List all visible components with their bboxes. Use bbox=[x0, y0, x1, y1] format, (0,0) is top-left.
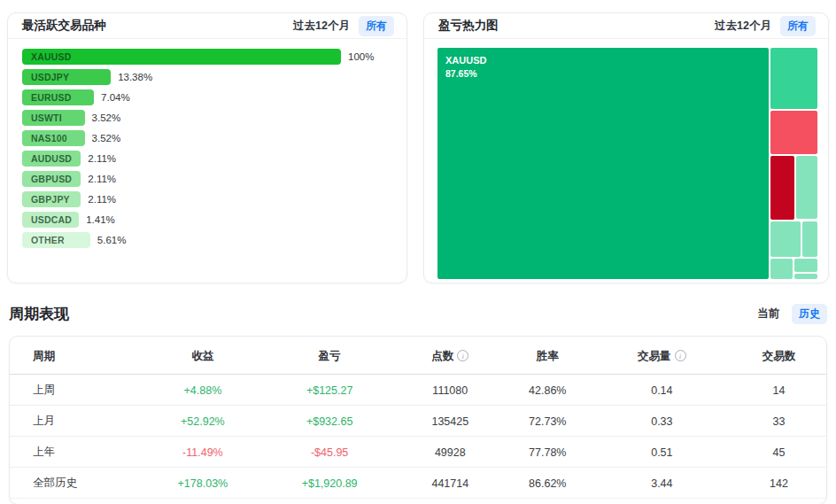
heatmap-tile-2 bbox=[770, 48, 817, 109]
heatmap-tile-9 bbox=[794, 259, 817, 272]
bar-eurusd: EURUSD bbox=[22, 89, 94, 105]
cell-return: +178.03% bbox=[143, 468, 261, 499]
bar-label: NAS100 bbox=[22, 133, 67, 143]
heatmap-main-label: XAUUSD87.65% bbox=[445, 54, 486, 80]
bar-row-xauusd: XAUUSD100% bbox=[22, 49, 392, 65]
cell-pnl: +$125.27 bbox=[261, 375, 397, 406]
bar-gbpjpy: GBPJPY bbox=[22, 191, 81, 207]
cell-points: 441714 bbox=[398, 468, 503, 499]
bar-label: USDCAD bbox=[22, 214, 72, 225]
cell-win_rate: 72.73% bbox=[503, 406, 592, 437]
table-header-row: 周期收益盈亏点数i胜率交易量i交易数 bbox=[10, 337, 826, 375]
bar-row-other: OTHER5.61% bbox=[22, 232, 392, 248]
cell-pnl: +$932.65 bbox=[261, 406, 397, 437]
cell-trades: 33 bbox=[732, 406, 826, 437]
active-symbols-title: 最活跃交易品种 bbox=[22, 18, 106, 34]
bar-value: 3.52% bbox=[92, 112, 121, 123]
period-performance-table-card: 周期收益盈亏点数i胜率交易量i交易数 上周+4.88%+$125.2711108… bbox=[9, 336, 827, 504]
bar-row-gbpusd: GBPUSD2.11% bbox=[22, 171, 392, 187]
heatmap-tile-7 bbox=[802, 221, 817, 257]
bar-audusd: AUDUSD bbox=[22, 151, 81, 167]
cell-pnl: +$1,920.89 bbox=[261, 468, 397, 499]
cell-volume: 0.33 bbox=[592, 406, 732, 437]
cell-volume: 3.44 bbox=[592, 468, 732, 499]
bar-row-usdjpy: USDJPY13.38% bbox=[22, 69, 392, 85]
cell-period: 上周 bbox=[10, 375, 143, 406]
cell-volume: 0.51 bbox=[592, 437, 732, 468]
heatmap-xauusd-main: XAUUSD87.65% bbox=[437, 48, 769, 279]
table-row: 全部历史+178.03%+$1,920.8944171486.62%3.4414… bbox=[10, 468, 826, 499]
bar-label: EURUSD bbox=[22, 92, 72, 103]
tab-history[interactable]: 历史 bbox=[792, 304, 827, 324]
cell-points: 111080 bbox=[398, 375, 503, 406]
cell-period: 全部历史 bbox=[10, 468, 143, 499]
bar-usdjpy: USDJPY bbox=[22, 69, 111, 85]
col-header-pnl: 盈亏 bbox=[261, 337, 397, 375]
cell-volume: 0.14 bbox=[592, 375, 732, 406]
bar-usdcad: USDCAD bbox=[22, 212, 79, 228]
table-row: 上月+52.92%+$932.6513542572.73%0.3333 bbox=[10, 406, 826, 437]
cell-trades: 45 bbox=[732, 437, 826, 468]
info-icon[interactable]: i bbox=[457, 350, 468, 361]
cell-return: +52.92% bbox=[143, 406, 261, 437]
bar-value: 13.38% bbox=[118, 72, 152, 82]
cell-win_rate: 86.62% bbox=[503, 468, 592, 499]
bar-value: 5.61% bbox=[97, 235, 127, 245]
pnl-heatmap-title: 盈亏热力图 bbox=[438, 18, 499, 34]
bar-value: 7.04% bbox=[101, 92, 130, 103]
bar-label: OTHER bbox=[22, 235, 65, 245]
cell-win_rate: 77.78% bbox=[503, 437, 592, 468]
cell-period: 上年 bbox=[10, 437, 143, 468]
cell-return: +4.88% bbox=[143, 375, 261, 406]
active-symbols-bar-chart: XAUUSD100%USDJPY13.38%EURUSD7.04%USWTI3.… bbox=[8, 39, 406, 248]
cell-points: 49928 bbox=[398, 437, 503, 468]
period-performance-section-head: 周期表现 当前 历史 bbox=[0, 283, 836, 336]
bar-label: XAUUSD bbox=[22, 51, 72, 62]
heatmap-tile-6 bbox=[770, 221, 801, 257]
info-icon[interactable]: i bbox=[675, 350, 686, 361]
bar-value: 3.52% bbox=[92, 133, 121, 143]
bar-label: AUDUSD bbox=[22, 153, 72, 164]
col-header-win_rate: 胜率 bbox=[503, 337, 592, 375]
active-symbols-period-label: 过去12个月 bbox=[293, 19, 350, 34]
cell-trades: 142 bbox=[732, 468, 826, 499]
active-symbols-panel: 最活跃交易品种 过去12个月 所有 XAUUSD100%USDJPY13.38%… bbox=[7, 12, 407, 283]
bar-value: 2.11% bbox=[88, 174, 116, 184]
active-symbols-all-button[interactable]: 所有 bbox=[359, 16, 394, 36]
bar-other: OTHER bbox=[22, 232, 90, 248]
heatmap-tile-8 bbox=[770, 259, 793, 279]
bar-label: USDJPY bbox=[22, 72, 69, 82]
col-header-points: 点数i bbox=[398, 337, 503, 375]
active-symbols-header-right: 过去12个月 所有 bbox=[293, 16, 394, 36]
bar-value: 100% bbox=[348, 51, 374, 62]
bar-row-audusd: AUDUSD2.11% bbox=[22, 151, 392, 167]
cell-return: -11.49% bbox=[143, 437, 261, 468]
cell-win_rate: 42.86% bbox=[503, 375, 592, 406]
top-panels-row: 最活跃交易品种 过去12个月 所有 XAUUSD100%USDJPY13.38%… bbox=[0, 0, 836, 283]
pnl-heatmap-header: 盈亏热力图 过去12个月 所有 bbox=[424, 13, 828, 39]
table-row: 上周+4.88%+$125.2711108042.86%0.1414 bbox=[10, 375, 826, 406]
bar-xauusd: XAUUSD bbox=[22, 49, 341, 65]
bar-row-eurusd: EURUSD7.04% bbox=[22, 89, 392, 105]
pnl-heatmap-period-label: 过去12个月 bbox=[715, 19, 771, 34]
bar-label: GBPUSD bbox=[22, 174, 72, 184]
cell-pnl: -$45.95 bbox=[261, 437, 397, 468]
pnl-heatmap-all-button[interactable]: 所有 bbox=[780, 16, 816, 36]
heatmap-tile-4 bbox=[770, 156, 794, 220]
pnl-heatmap-treemap: XAUUSD87.65% bbox=[437, 48, 817, 279]
heatmap-tile-3 bbox=[770, 111, 817, 154]
table-row: 上年-11.49%-$45.954992877.78%0.5145 bbox=[10, 437, 826, 468]
bar-row-gbpjpy: GBPJPY2.11% bbox=[22, 191, 392, 207]
col-header-return: 收益 bbox=[143, 337, 261, 375]
pnl-heatmap-panel: 盈亏热力图 过去12个月 所有 XAUUSD87.65% bbox=[423, 12, 829, 283]
bar-value: 2.11% bbox=[88, 194, 116, 205]
heatmap-tile-5 bbox=[796, 156, 817, 219]
col-header-volume: 交易量i bbox=[592, 337, 732, 375]
period-performance-title: 周期表现 bbox=[9, 304, 69, 324]
tab-current[interactable]: 当前 bbox=[752, 304, 785, 324]
bar-label: GBPJPY bbox=[22, 194, 70, 205]
bar-gbpusd: GBPUSD bbox=[22, 171, 81, 187]
bar-label: USWTI bbox=[22, 112, 62, 123]
bar-nas100: NAS100 bbox=[22, 130, 85, 146]
table-body: 上周+4.88%+$125.2711108042.86%0.1414上月+52.… bbox=[10, 375, 826, 499]
